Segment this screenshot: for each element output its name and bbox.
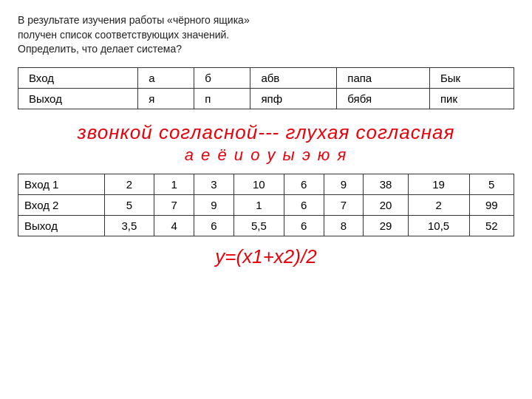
table1-label-vyhod: Выход: [18, 88, 138, 109]
t2-vyhod-c4: 5,5: [233, 215, 284, 236]
t2-vyhod-c6: 8: [324, 215, 364, 236]
t2-vhod2-c2: 7: [154, 194, 194, 215]
t2-vhod1-c4: 10: [233, 174, 284, 194]
t2-vhod1-c3: 3: [194, 174, 234, 194]
answer-line1: звонкой согласной--- глухая согласная: [78, 121, 455, 144]
table2-row-vhod2: Вход 2 5 7 9 1 6 7 20 2 99: [18, 194, 514, 215]
t2-vhod2-c3: 9: [194, 194, 234, 215]
table1-vyhod-pik: пик: [429, 88, 514, 109]
table1-vhod-papa: папа: [337, 67, 430, 88]
table2-row-vhod1: Вход 1 2 1 3 10 6 9 38 19 5: [18, 174, 514, 194]
table1-vyhod-p: п: [194, 88, 250, 109]
t2-vhod1-label: Вход 1: [18, 174, 105, 194]
t2-vhod1-c1: 2: [104, 174, 154, 194]
table1-vyhod-ya: я: [138, 88, 194, 109]
t2-vyhod-c7: 29: [364, 215, 408, 236]
t2-vyhod-c5: 6: [284, 215, 324, 236]
table1-vyhod-byabya: бябя: [337, 88, 430, 109]
table2-wrap: Вход 1 2 1 3 10 6 9 38 19 5 Вход 2 5 7 9…: [18, 174, 514, 236]
t2-vhod1-c7: 38: [364, 174, 408, 194]
description: В результате изучения работы «чёрного ящ…: [18, 13, 514, 57]
t2-vhod1-c2: 1: [154, 174, 194, 194]
table1-vhod-b: б: [194, 67, 250, 88]
table1-label-vhod: Вход: [18, 67, 138, 88]
t2-vyhod-c1: 3,5: [104, 215, 154, 236]
desc-line3: Определить, что делает система?: [18, 43, 182, 55]
t2-vhod2-c4: 1: [233, 194, 284, 215]
formula: y=(x1+x2)/2: [18, 245, 514, 268]
t2-vhod1-c6: 9: [324, 174, 364, 194]
table2-row-vyhod: Выход 3,5 4 6 5,5 6 8 29 10,5 52: [18, 215, 514, 236]
t2-vyhod-c2: 4: [154, 215, 194, 236]
page: В результате изучения работы «чёрного ящ…: [0, 0, 532, 399]
table1-row-vhod: Вход а б абв папа Бык: [18, 67, 514, 88]
t2-vhod2-c6: 7: [324, 194, 364, 215]
desc-line1: В результате изучения работы «чёрного ящ…: [18, 14, 250, 26]
t2-vhod1-c8: 19: [408, 174, 469, 194]
desc-line2: получен список соответствующих значений.: [18, 29, 229, 41]
table1: Вход а б абв папа Бык Выход я п япф бябя…: [18, 67, 514, 109]
t2-vyhod-label: Выход: [18, 215, 105, 236]
t2-vhod1-c9: 5: [469, 174, 514, 194]
t2-vhod2-c9: 99: [469, 194, 514, 215]
table1-vhod-a: а: [138, 67, 194, 88]
answer-section: звонкой согласной--- глухая согласная а …: [18, 121, 514, 165]
answer-line2: а е ё и о у ы э ю я: [185, 146, 348, 165]
t2-vhod2-c7: 20: [364, 194, 408, 215]
t2-vhod2-label: Вход 2: [18, 194, 105, 215]
table2: Вход 1 2 1 3 10 6 9 38 19 5 Вход 2 5 7 9…: [18, 174, 514, 236]
table1-vyhod-yapf: япф: [250, 88, 337, 109]
t2-vyhod-c3: 6: [194, 215, 234, 236]
table1-vhod-abv: абв: [250, 67, 337, 88]
t2-vhod1-c5: 6: [284, 174, 324, 194]
t2-vhod2-c1: 5: [104, 194, 154, 215]
t2-vhod2-c8: 2: [408, 194, 469, 215]
table1-row-vyhod: Выход я п япф бябя пик: [18, 88, 514, 109]
t2-vhod2-c5: 6: [284, 194, 324, 215]
table1-vhod-byk: Бык: [429, 67, 514, 88]
t2-vyhod-c8: 10,5: [408, 215, 469, 236]
t2-vyhod-c9: 52: [469, 215, 514, 236]
